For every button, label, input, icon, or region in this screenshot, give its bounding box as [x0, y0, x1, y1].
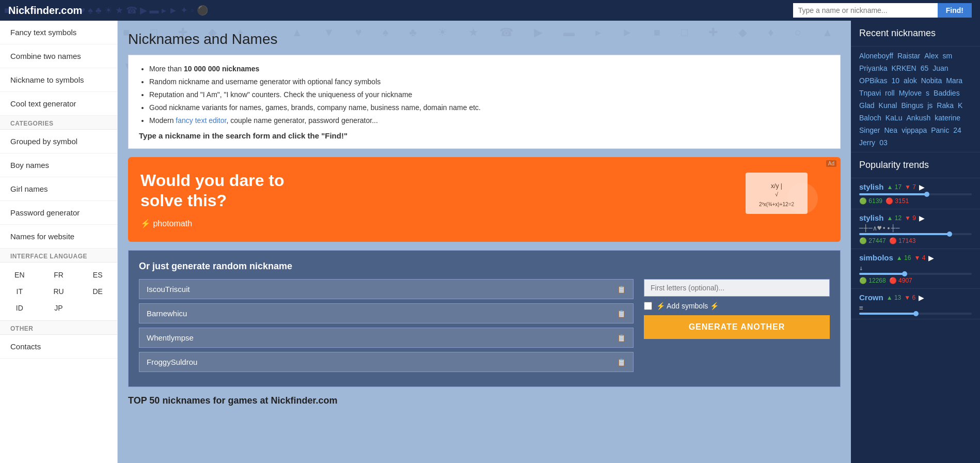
recent-nick-item[interactable]: 24	[953, 126, 961, 134]
first-letters-input[interactable]	[644, 279, 830, 297]
trend-bar-dot-3	[913, 311, 919, 316]
ad-headline: Would you dare to solve this?	[140, 171, 316, 210]
recent-nick-item[interactable]: KaLu	[886, 114, 903, 122]
trend-name-3[interactable]: Crown	[859, 293, 883, 302]
recent-nick-item[interactable]: OPBikas	[859, 76, 887, 85]
sidebar-item-cool-text-generator[interactable]: Cool text generator	[0, 92, 117, 116]
trend-play-3[interactable]: ▶	[919, 294, 924, 302]
lang-it[interactable]: IT	[0, 283, 39, 300]
lang-fr[interactable]: FR	[39, 267, 78, 283]
recent-nick-item[interactable]: Alex	[924, 52, 938, 60]
copy-icon-1[interactable]: 📋	[617, 285, 626, 294]
recent-nick-item[interactable]: Raistar	[897, 52, 920, 60]
sidebar-item-fancy-text-symbols[interactable]: Fancy text symbols	[0, 21, 117, 44]
recent-nick-item[interactable]: sm	[943, 52, 953, 60]
lang-en[interactable]: EN	[0, 267, 39, 283]
recent-nick-item[interactable]: alok	[904, 76, 917, 85]
recent-nick-item[interactable]: Nobita	[921, 76, 942, 85]
trend-item-0: stylish▲ 17▼ 7▶🟢 6139🔴 3151	[851, 178, 980, 209]
recent-nick-item[interactable]: Nea	[884, 126, 897, 134]
lang-es[interactable]: ES	[78, 267, 117, 283]
generator-right: ⚡ Add symbols ⚡ GENERATE ANOTHER	[644, 279, 830, 376]
trend-bar-dot-0	[924, 192, 929, 197]
info-box: More than 10 000 000 nicknames Random ni…	[128, 55, 841, 149]
trend-down-count-0: ▼ 7	[905, 183, 916, 191]
recent-nick-item[interactable]: Tnpavi	[859, 89, 881, 97]
sidebar-item-combine-two-names[interactable]: Combine two names	[0, 44, 117, 68]
trend-name-0[interactable]: stylish	[859, 182, 884, 191]
ad-brand: ⚡ photomath	[140, 219, 316, 228]
bottom-section-title: TOP 50 nicknames for games at Nickfinder…	[128, 395, 841, 406]
recent-nick-item[interactable]: KRKEN	[891, 64, 916, 72]
recent-nick-item[interactable]: 10	[891, 76, 899, 85]
trend-top-row-0: stylish▲ 17▼ 7▶	[859, 182, 972, 191]
add-symbols-row: ⚡ Add symbols ⚡	[644, 302, 830, 310]
recent-nick-item[interactable]: roll	[885, 89, 895, 97]
trend-name-2[interactable]: simbolos	[859, 253, 893, 262]
find-button[interactable]: Find!	[938, 3, 972, 18]
copy-icon-2[interactable]: 📋	[617, 310, 626, 318]
trend-text-sample-1: ─┼─∧♥•∙┼─	[859, 224, 972, 232]
generator-box: Or just generate random nickname IscouTr…	[128, 250, 841, 387]
sidebar-item-girl-names[interactable]: Girl names	[0, 177, 117, 201]
recent-nicknames-title: Recent nicknames	[851, 21, 980, 47]
trend-text-sample-2: ↓	[859, 264, 972, 272]
lang-de[interactable]: DE	[78, 283, 117, 300]
recent-nick-item[interactable]: 65	[921, 64, 929, 72]
add-symbols-checkbox[interactable]	[644, 302, 652, 310]
generator-title: Or just generate random nickname	[139, 261, 830, 272]
trend-name-1[interactable]: stylish	[859, 213, 884, 222]
recent-nick-item[interactable]: Priyanka	[859, 64, 887, 72]
sidebar-item-names-for-website[interactable]: Names for website	[0, 225, 117, 249]
recent-nick-item[interactable]: Bingus	[901, 101, 923, 110]
recent-nick-item[interactable]: Kunal	[879, 101, 897, 110]
lang-ru[interactable]: RU	[39, 283, 78, 300]
copy-icon-4[interactable]: 📋	[617, 358, 626, 366]
recent-nick-item[interactable]: K	[958, 101, 962, 110]
recent-nick-item[interactable]: Panic	[931, 126, 949, 134]
recent-nick-item[interactable]: Raka	[937, 101, 954, 110]
sidebar-item-password-generator[interactable]: Password generator	[0, 201, 117, 225]
sidebar-item-contacts[interactable]: Contacts	[0, 335, 117, 359]
page-title: Nicknames and Names	[128, 31, 841, 48]
recent-nick-item[interactable]: Ankush	[907, 114, 931, 122]
trend-top-row-1: stylish▲ 12▼ 9▶	[859, 213, 972, 222]
trend-bar-track-3	[859, 313, 972, 315]
recent-nick-item[interactable]: katerine	[935, 114, 960, 122]
site-logo[interactable]: Nickfinder.com	[8, 5, 82, 17]
recent-nick-item[interactable]: Baddies	[934, 89, 960, 97]
trend-item-1: stylish▲ 12▼ 9▶─┼─∧♥•∙┼─🟢 27447🔴 17143	[851, 209, 980, 249]
lang-id[interactable]: ID	[0, 300, 39, 316]
svg-point-4	[787, 183, 818, 214]
recent-nick-item[interactable]: Glad	[859, 101, 875, 110]
recent-nick-item[interactable]: Mylove	[899, 89, 922, 97]
trend-counts-1: 🟢 27447🔴 17143	[859, 237, 972, 244]
trend-play-0[interactable]: ▶	[919, 183, 925, 191]
sidebar-item-grouped-by-symbol[interactable]: Grouped by symbol	[0, 130, 117, 153]
search-input[interactable]	[793, 3, 938, 18]
sidebar-item-nickname-to-symbols[interactable]: Nickname to symbols	[0, 68, 117, 92]
categories-section-label: CATEGORIES	[0, 116, 117, 130]
generated-name-3-value: Whentlympse	[147, 333, 194, 342]
sidebar-item-boy-names[interactable]: Boy names	[0, 153, 117, 177]
recent-nicknames-list: AloneboyffRaistarAlexsmPriyankaKRKEN65Ju…	[851, 47, 980, 152]
other-section-label: OTHER	[0, 321, 117, 335]
generate-button[interactable]: GENERATE ANOTHER	[644, 315, 830, 339]
copy-icon-3[interactable]: 📋	[617, 334, 626, 342]
trend-play-2[interactable]: ▶	[928, 254, 934, 262]
recent-nick-item[interactable]: Singer	[859, 126, 880, 134]
lang-jp[interactable]: JP	[39, 300, 78, 316]
ad-visual: x/y | √ 2³x(¾+x)+12=2	[715, 167, 828, 232]
recent-nick-item[interactable]: 03	[879, 138, 888, 147]
recent-nick-item[interactable]: Mara	[946, 76, 962, 85]
recent-nick-item[interactable]: Aloneboyff	[859, 52, 893, 60]
fancy-text-editor-link[interactable]: fancy text editor	[176, 116, 226, 125]
recent-nick-item[interactable]: Juan	[932, 64, 948, 72]
recent-nick-item[interactable]: Baloch	[859, 114, 881, 122]
recent-nick-item[interactable]: s	[926, 89, 929, 97]
trend-play-1[interactable]: ▶	[919, 214, 925, 222]
recent-nick-item[interactable]: vippapa	[902, 126, 927, 134]
add-symbols-label: ⚡ Add symbols ⚡	[656, 302, 719, 310]
recent-nick-item[interactable]: Jerry	[859, 138, 875, 147]
recent-nick-item[interactable]: js	[927, 101, 932, 110]
